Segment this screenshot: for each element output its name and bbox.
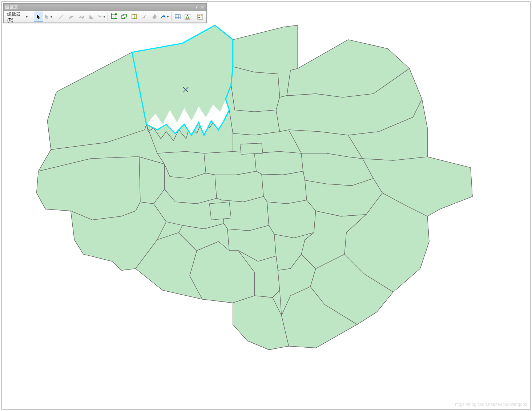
svg-line-10 — [101, 17, 101, 18]
toolbar-separator — [171, 12, 172, 21]
split-button[interactable] — [140, 12, 149, 22]
svg-line-2 — [59, 15, 63, 19]
svg-line-9 — [98, 15, 99, 16]
sketch-props-icon — [185, 14, 190, 20]
svg-rect-17 — [115, 18, 117, 19]
region-box1[interactable] — [209, 202, 231, 220]
svg-point-29 — [186, 18, 187, 19]
dropdown-caret-icon: ▼ — [103, 15, 106, 19]
attributes-button[interactable] — [173, 12, 182, 22]
pointer-outline-icon — [44, 14, 49, 19]
radial-point-icon — [97, 14, 102, 19]
editor-toolbar: 编辑器 ▾ ✕ 编辑器(R) ▼ ▼ ▼ — [3, 3, 207, 23]
toolbar-separator — [32, 12, 32, 21]
cut-polygon-icon — [131, 13, 138, 20]
svg-point-22 — [163, 15, 165, 17]
svg-line-12 — [98, 17, 99, 18]
point-construct-button[interactable]: ▼ — [97, 12, 106, 22]
table-icon — [175, 14, 181, 20]
region-c7[interactable] — [262, 171, 307, 204]
create-features-button[interactable] — [196, 12, 205, 22]
svg-line-21 — [144, 16, 145, 18]
svg-rect-34 — [198, 17, 200, 18]
toolbar-close-icon[interactable]: ✕ — [200, 5, 205, 10]
svg-point-30 — [189, 18, 190, 19]
dropdown-caret-icon: ▼ — [166, 15, 169, 19]
dropdown-caret-icon: ▼ — [25, 15, 28, 19]
right-angle-icon — [89, 14, 94, 20]
toolbar-row: 编辑器(R) ▼ ▼ ▼ — [4, 11, 206, 23]
svg-rect-3 — [90, 17, 91, 19]
edit-vertices-button[interactable] — [109, 12, 119, 22]
reshape-icon — [121, 13, 128, 20]
svg-point-31 — [187, 15, 188, 16]
curve-tool-button[interactable]: ▼ — [160, 12, 170, 22]
arc-icon — [68, 14, 74, 20]
create-features-icon — [197, 14, 203, 20]
curve-point-icon — [160, 14, 166, 20]
map-canvas[interactable] — [2, 2, 530, 409]
right-angle-button[interactable] — [87, 12, 96, 22]
pointer-icon — [36, 14, 41, 20]
toolbar-titlebar[interactable]: 编辑器 ▾ ✕ — [4, 4, 206, 11]
reshape-button[interactable] — [120, 12, 129, 22]
split-icon — [141, 14, 147, 20]
toolbar-title: 编辑器 — [5, 4, 193, 11]
dropdown-caret-icon: ▼ — [50, 15, 53, 19]
arc-segment-button[interactable] — [66, 12, 76, 22]
toolbar-separator — [194, 12, 194, 21]
svg-rect-16 — [111, 18, 112, 19]
toolbar-separator — [55, 12, 55, 21]
svg-rect-14 — [111, 13, 112, 15]
polygon-layer — [37, 25, 472, 350]
toolbar-options-icon[interactable]: ▾ — [194, 5, 199, 10]
region-c6[interactable] — [215, 171, 263, 202]
region-c3[interactable] — [254, 151, 303, 175]
svg-rect-23 — [175, 15, 180, 19]
region-c11[interactable] — [267, 200, 316, 238]
toolbar-separator — [108, 12, 108, 21]
editor-menu[interactable]: 编辑器(R) ▼ — [5, 11, 31, 23]
straight-segment-button[interactable] — [56, 12, 66, 22]
edit-annotation-button[interactable]: ▼ — [44, 12, 53, 22]
sketch-properties-button[interactable] — [183, 12, 193, 22]
cut-polygons-button[interactable] — [130, 12, 139, 22]
region-n3[interactable] — [231, 67, 280, 112]
svg-point-4 — [99, 16, 100, 17]
editor-menu-label: 编辑器(R) — [7, 11, 24, 23]
app-frame: 编辑器 ▾ ✕ 编辑器(R) ▼ ▼ ▼ — [1, 1, 531, 410]
svg-rect-15 — [115, 13, 117, 15]
svg-rect-33 — [198, 15, 200, 16]
rotate-button[interactable] — [150, 12, 159, 22]
rotate-icon — [152, 14, 157, 20]
edit-vertices-icon — [111, 13, 117, 20]
trace-icon — [78, 14, 84, 20]
edit-tool-button[interactable] — [34, 12, 43, 22]
watermark-text: https://blog.csdn.net/zengbowengood — [455, 402, 527, 407]
region-box2[interactable] — [240, 143, 263, 155]
region-c2[interactable] — [204, 151, 257, 175]
line-icon — [58, 14, 64, 20]
svg-line-11 — [101, 15, 101, 16]
trace-button[interactable] — [77, 12, 86, 22]
